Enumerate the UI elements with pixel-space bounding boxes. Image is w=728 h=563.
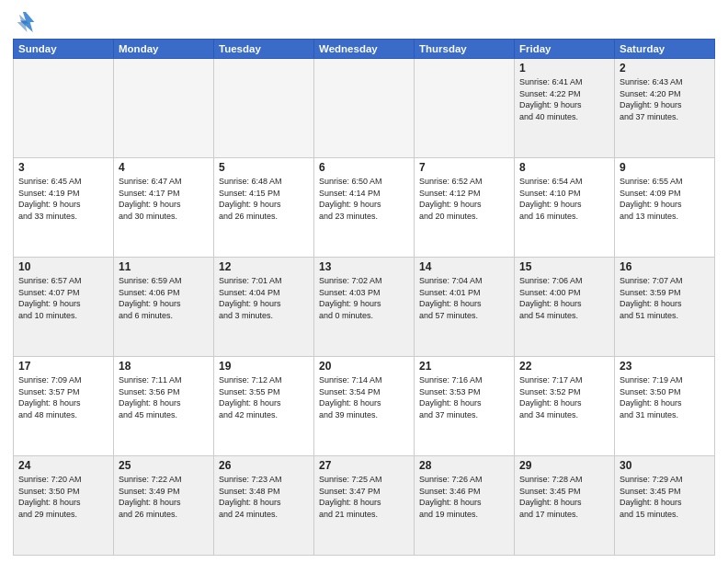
day-number: 9 xyxy=(620,161,710,174)
col-header-monday: Monday xyxy=(114,40,214,59)
day-info: Sunrise: 6:47 AM Sunset: 4:17 PM Dayligh… xyxy=(119,176,209,222)
day-cell: 12Sunrise: 7:01 AM Sunset: 4:04 PM Dayli… xyxy=(214,258,314,357)
col-header-saturday: Saturday xyxy=(615,40,715,59)
day-cell: 18Sunrise: 7:11 AM Sunset: 3:56 PM Dayli… xyxy=(114,357,214,456)
day-info: Sunrise: 6:54 AM Sunset: 4:10 PM Dayligh… xyxy=(519,176,609,222)
day-number: 6 xyxy=(319,161,409,174)
day-cell: 1Sunrise: 6:41 AM Sunset: 4:22 PM Daylig… xyxy=(515,59,615,158)
day-cell: 4Sunrise: 6:47 AM Sunset: 4:17 PM Daylig… xyxy=(114,158,214,258)
day-info: Sunrise: 7:17 AM Sunset: 3:52 PM Dayligh… xyxy=(519,374,609,420)
day-cell: 11Sunrise: 6:59 AM Sunset: 4:06 PM Dayli… xyxy=(114,258,214,357)
day-cell: 9Sunrise: 6:55 AM Sunset: 4:09 PM Daylig… xyxy=(615,158,715,258)
day-info: Sunrise: 7:23 AM Sunset: 3:48 PM Dayligh… xyxy=(219,474,309,520)
day-info: Sunrise: 7:14 AM Sunset: 3:54 PM Dayligh… xyxy=(319,374,409,420)
calendar: SundayMondayTuesdayWednesdayThursdayFrid… xyxy=(13,39,715,556)
day-cell: 20Sunrise: 7:14 AM Sunset: 3:54 PM Dayli… xyxy=(314,357,415,456)
week-row: 3Sunrise: 6:45 AM Sunset: 4:19 PM Daylig… xyxy=(14,158,715,258)
day-info: Sunrise: 7:16 AM Sunset: 3:53 PM Dayligh… xyxy=(419,374,509,420)
week-row: 1Sunrise: 6:41 AM Sunset: 4:22 PM Daylig… xyxy=(14,59,715,158)
day-info: Sunrise: 6:48 AM Sunset: 4:15 PM Dayligh… xyxy=(219,176,309,222)
day-number: 30 xyxy=(620,459,710,472)
day-cell: 10Sunrise: 6:57 AM Sunset: 4:07 PM Dayli… xyxy=(14,258,114,357)
day-cell: 26Sunrise: 7:23 AM Sunset: 3:48 PM Dayli… xyxy=(214,456,314,556)
day-number: 23 xyxy=(620,360,710,373)
day-cell: 3Sunrise: 6:45 AM Sunset: 4:19 PM Daylig… xyxy=(14,158,114,258)
col-header-thursday: Thursday xyxy=(415,40,515,59)
day-cell xyxy=(14,59,114,158)
day-info: Sunrise: 7:29 AM Sunset: 3:45 PM Dayligh… xyxy=(620,474,710,520)
day-info: Sunrise: 7:12 AM Sunset: 3:55 PM Dayligh… xyxy=(219,374,309,420)
day-number: 5 xyxy=(219,161,309,174)
day-cell xyxy=(214,59,314,158)
day-number: 17 xyxy=(18,360,108,373)
day-number: 3 xyxy=(18,161,108,174)
day-cell: 21Sunrise: 7:16 AM Sunset: 3:53 PM Dayli… xyxy=(415,357,515,456)
day-number: 1 xyxy=(519,62,609,75)
day-info: Sunrise: 7:26 AM Sunset: 3:46 PM Dayligh… xyxy=(419,474,509,520)
logo-icon xyxy=(13,9,39,35)
day-info: Sunrise: 7:20 AM Sunset: 3:50 PM Dayligh… xyxy=(18,474,108,520)
day-cell: 14Sunrise: 7:04 AM Sunset: 4:01 PM Dayli… xyxy=(415,258,515,357)
day-info: Sunrise: 6:55 AM Sunset: 4:09 PM Dayligh… xyxy=(620,176,710,222)
day-cell: 24Sunrise: 7:20 AM Sunset: 3:50 PM Dayli… xyxy=(14,456,114,556)
day-number: 28 xyxy=(419,459,509,472)
day-info: Sunrise: 6:45 AM Sunset: 4:19 PM Dayligh… xyxy=(18,176,108,222)
col-header-sunday: Sunday xyxy=(14,40,114,59)
day-number: 16 xyxy=(620,260,710,273)
day-cell: 27Sunrise: 7:25 AM Sunset: 3:47 PM Dayli… xyxy=(314,456,415,556)
day-info: Sunrise: 6:43 AM Sunset: 4:20 PM Dayligh… xyxy=(620,76,710,122)
col-header-wednesday: Wednesday xyxy=(314,40,415,59)
week-row: 17Sunrise: 7:09 AM Sunset: 3:57 PM Dayli… xyxy=(14,357,715,456)
logo xyxy=(13,9,42,35)
day-info: Sunrise: 7:22 AM Sunset: 3:49 PM Dayligh… xyxy=(119,474,209,520)
day-info: Sunrise: 7:11 AM Sunset: 3:56 PM Dayligh… xyxy=(119,374,209,420)
day-number: 26 xyxy=(219,459,309,472)
day-cell: 16Sunrise: 7:07 AM Sunset: 3:59 PM Dayli… xyxy=(615,258,715,357)
day-number: 4 xyxy=(119,161,209,174)
day-number: 29 xyxy=(519,459,609,472)
day-info: Sunrise: 7:07 AM Sunset: 3:59 PM Dayligh… xyxy=(620,275,710,321)
day-info: Sunrise: 6:41 AM Sunset: 4:22 PM Dayligh… xyxy=(519,76,609,122)
day-cell: 2Sunrise: 6:43 AM Sunset: 4:20 PM Daylig… xyxy=(615,59,715,158)
day-cell: 5Sunrise: 6:48 AM Sunset: 4:15 PM Daylig… xyxy=(214,158,314,258)
day-number: 27 xyxy=(319,459,409,472)
day-cell xyxy=(415,59,515,158)
day-number: 2 xyxy=(620,62,710,75)
day-number: 19 xyxy=(219,360,309,373)
day-info: Sunrise: 7:06 AM Sunset: 4:00 PM Dayligh… xyxy=(519,275,609,321)
header-row: SundayMondayTuesdayWednesdayThursdayFrid… xyxy=(14,40,715,59)
day-cell: 25Sunrise: 7:22 AM Sunset: 3:49 PM Dayli… xyxy=(114,456,214,556)
day-info: Sunrise: 7:04 AM Sunset: 4:01 PM Dayligh… xyxy=(419,275,509,321)
day-number: 8 xyxy=(519,161,609,174)
header xyxy=(13,9,715,35)
day-number: 12 xyxy=(219,260,309,273)
day-number: 21 xyxy=(419,360,509,373)
day-cell: 28Sunrise: 7:26 AM Sunset: 3:46 PM Dayli… xyxy=(415,456,515,556)
day-info: Sunrise: 7:28 AM Sunset: 3:45 PM Dayligh… xyxy=(519,474,609,520)
day-cell: 13Sunrise: 7:02 AM Sunset: 4:03 PM Dayli… xyxy=(314,258,415,357)
day-number: 11 xyxy=(119,260,209,273)
day-number: 18 xyxy=(119,360,209,373)
page: SundayMondayTuesdayWednesdayThursdayFrid… xyxy=(0,0,728,563)
day-info: Sunrise: 6:59 AM Sunset: 4:06 PM Dayligh… xyxy=(119,275,209,321)
day-number: 10 xyxy=(18,260,108,273)
day-number: 25 xyxy=(119,459,209,472)
day-number: 20 xyxy=(319,360,409,373)
day-cell: 6Sunrise: 6:50 AM Sunset: 4:14 PM Daylig… xyxy=(314,158,415,258)
day-cell xyxy=(114,59,214,158)
day-number: 15 xyxy=(519,260,609,273)
day-number: 14 xyxy=(419,260,509,273)
day-cell: 30Sunrise: 7:29 AM Sunset: 3:45 PM Dayli… xyxy=(615,456,715,556)
col-header-tuesday: Tuesday xyxy=(214,40,314,59)
day-info: Sunrise: 7:19 AM Sunset: 3:50 PM Dayligh… xyxy=(620,374,710,420)
day-cell: 15Sunrise: 7:06 AM Sunset: 4:00 PM Dayli… xyxy=(515,258,615,357)
day-info: Sunrise: 6:52 AM Sunset: 4:12 PM Dayligh… xyxy=(419,176,509,222)
calendar-table: SundayMondayTuesdayWednesdayThursdayFrid… xyxy=(13,39,715,556)
day-cell: 23Sunrise: 7:19 AM Sunset: 3:50 PM Dayli… xyxy=(615,357,715,456)
day-cell: 22Sunrise: 7:17 AM Sunset: 3:52 PM Dayli… xyxy=(515,357,615,456)
day-cell: 8Sunrise: 6:54 AM Sunset: 4:10 PM Daylig… xyxy=(515,158,615,258)
day-number: 7 xyxy=(419,161,509,174)
day-info: Sunrise: 6:50 AM Sunset: 4:14 PM Dayligh… xyxy=(319,176,409,222)
day-info: Sunrise: 7:01 AM Sunset: 4:04 PM Dayligh… xyxy=(219,275,309,321)
day-number: 24 xyxy=(18,459,108,472)
